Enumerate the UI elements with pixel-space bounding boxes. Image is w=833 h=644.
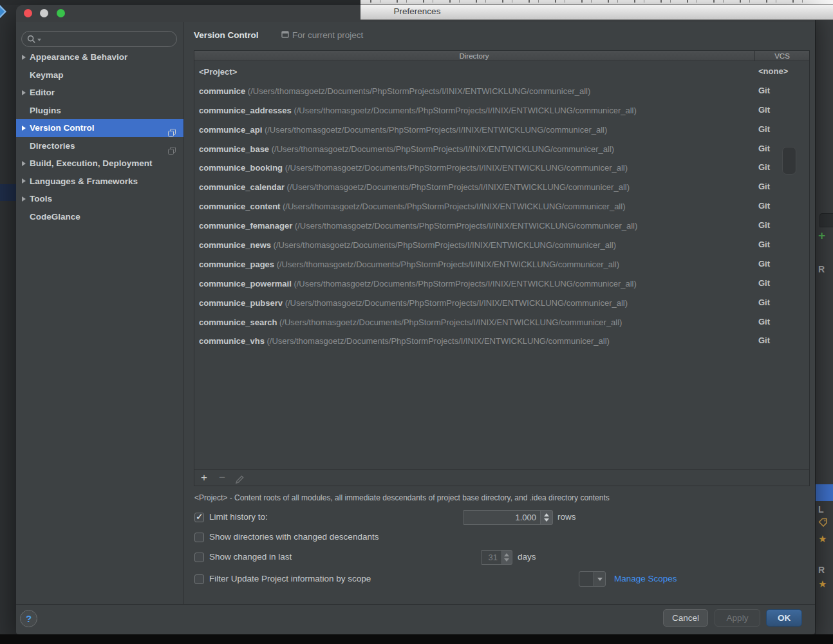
scrollbar-thumb[interactable] (782, 147, 796, 175)
filter-scope-checkbox[interactable] (194, 574, 204, 584)
star-icon: ★ (818, 578, 833, 590)
show-changed-days-input[interactable]: 31 (482, 550, 502, 565)
limit-history-stepper[interactable] (541, 510, 553, 525)
search-options-caret-icon[interactable] (37, 39, 41, 41)
directory-path: (/Users/thomasgoetz/Documents/PhpStormPr… (269, 144, 614, 154)
settings-search-input[interactable] (21, 31, 177, 47)
table-row[interactable]: communice_vhs (/Users/thomasgoetz/Docume… (194, 331, 809, 350)
stepper-down-icon[interactable] (504, 558, 509, 562)
help-button[interactable]: ? (20, 610, 37, 627)
stepper-up-icon[interactable] (504, 553, 509, 556)
add-icon[interactable]: + (818, 230, 833, 242)
add-mapping-button[interactable]: + (198, 470, 211, 487)
current-project-icon (281, 31, 289, 39)
background-right-window: + R L ★ R ★ (815, 20, 833, 634)
background-panel-corner (819, 213, 833, 227)
show-changed-checkbox[interactable] (194, 553, 204, 562)
edit-mapping-button[interactable] (233, 473, 246, 490)
scope-select[interactable] (579, 571, 594, 587)
sidebar-tree: Appearance & BehaviorKeymapEditorPlugins… (16, 48, 183, 225)
table-row[interactable]: communice (/Users/thomasgoetz/Documents/… (194, 81, 809, 100)
apply-button[interactable]: Apply (715, 609, 760, 627)
table-row[interactable]: communice_booking (/Users/thomasgoetz/Do… (194, 158, 809, 177)
directory-name: communice_calendar (199, 182, 285, 192)
stepper-up-icon[interactable] (544, 513, 549, 516)
sidebar-item-editor[interactable]: Editor (16, 84, 183, 102)
zoom-window-button[interactable] (57, 9, 65, 17)
directory-path: (/Users/thomasgoetz/Documents/PhpStormPr… (274, 260, 619, 269)
table-row[interactable]: communice_content (/Users/thomasgoetz/Do… (194, 196, 809, 216)
limit-history-checkbox[interactable] (194, 513, 204, 522)
background-gap (0, 0, 360, 5)
table-row[interactable]: communice_calendar (/Users/thomasgoetz/D… (194, 177, 809, 196)
directory-path: (/Users/thomasgoetz/Documents/PhpStormPr… (285, 182, 630, 192)
table-row[interactable]: communice_base (/Users/thomasgoetz/Docum… (194, 139, 809, 158)
sidebar-item-label: Keymap (30, 66, 64, 84)
scope-indicator: For current project (281, 30, 363, 40)
sidebar-item-label: Plugins (30, 102, 61, 120)
screen: + R L ★ R ★ Preferences Appearance & Beh… (0, 0, 833, 644)
sidebar-item-directories[interactable]: Directories (16, 137, 183, 155)
sidebar-item-languages-frameworks[interactable]: Languages & Frameworks (16, 173, 183, 191)
sidebar-item-label: Tools (30, 190, 52, 208)
column-header-directory[interactable]: Directory (194, 51, 754, 61)
vcs-value: Git (758, 274, 770, 293)
expand-arrow-icon[interactable] (22, 126, 26, 131)
expand-arrow-icon[interactable] (22, 90, 26, 95)
table-row[interactable]: communice_femanager (/Users/thomasgoetz/… (194, 216, 809, 235)
table-row[interactable]: <Project><none> (194, 62, 809, 81)
expand-arrow-icon[interactable] (22, 196, 26, 202)
sidebar-item-label: Appearance & Behavior (30, 48, 127, 66)
directory-name: communice_booking (199, 163, 283, 173)
directory-name: communice_pubserv (199, 298, 283, 308)
vcs-value: Git (758, 331, 770, 350)
show-directories-checkbox[interactable] (194, 533, 204, 542)
sidebar-item-label: Directories (30, 137, 75, 155)
directory-name: communice_search (199, 317, 277, 327)
table-row[interactable]: communice_search (/Users/thomasgoetz/Doc… (194, 312, 809, 332)
filter-scope-label: Filter Update Project information by sco… (209, 574, 371, 583)
expand-arrow-icon[interactable] (22, 161, 26, 166)
table-row[interactable]: communice_pubserv (/Users/thomasgoetz/Do… (194, 293, 809, 312)
table-toolbar: + − (194, 469, 809, 486)
table-row[interactable]: communice_addresses (/Users/thomasgoetz/… (194, 100, 809, 120)
sidebar-divider (183, 22, 184, 604)
expand-arrow-icon[interactable] (22, 55, 26, 60)
vcs-value: Git (758, 254, 770, 274)
table-row[interactable]: communice_powermail (/Users/thomasgoetz/… (194, 274, 809, 293)
stepper-down-icon[interactable] (544, 518, 549, 522)
directory-path: (/Users/thomasgoetz/Documents/PhpStormPr… (280, 202, 625, 211)
background-left-window (0, 0, 16, 634)
directory-path: (/Users/thomasgoetz/Documents/PhpStormPr… (277, 317, 622, 327)
show-changed-stepper[interactable] (502, 550, 512, 565)
sidebar-item-plugins[interactable]: Plugins (16, 102, 183, 120)
directory-name: communice_femanager (199, 221, 292, 231)
sidebar-item-tools[interactable]: Tools (16, 190, 183, 208)
minimize-window-button[interactable] (40, 9, 48, 17)
sidebar-item-build-execution-deployment[interactable]: Build, Execution, Deployment (16, 155, 183, 173)
sidebar-item-codeglance[interactable]: CodeGlance (16, 208, 183, 226)
pencil-icon (235, 475, 245, 484)
sidebar-item-appearance-behavior[interactable]: Appearance & Behavior (16, 48, 183, 66)
vcs-value: Git (758, 312, 770, 332)
scope-select-dropdown-button[interactable] (594, 571, 606, 587)
remove-mapping-button[interactable]: − (216, 470, 229, 487)
cancel-button[interactable]: Cancel (663, 609, 708, 627)
ok-button[interactable]: OK (766, 609, 802, 627)
table-row[interactable]: communice_pages (/Users/thomasgoetz/Docu… (194, 254, 809, 274)
show-directories-label: Show directories with changed descendant… (209, 532, 379, 542)
manage-scopes-link[interactable]: Manage Scopes (614, 574, 677, 583)
table-row[interactable]: communice_news (/Users/thomasgoetz/Docum… (194, 235, 809, 254)
search-icon (27, 35, 36, 44)
column-header-vcs[interactable]: VCS (754, 51, 809, 61)
sidebar-item-version-control[interactable]: Version Control (16, 119, 183, 137)
vcs-value: Git (758, 293, 770, 312)
sidebar-item-keymap[interactable]: Keymap (16, 66, 183, 84)
directory-path: (/Users/thomasgoetz/Documents/PhpStormPr… (292, 279, 637, 289)
window-title: Preferences (388, 6, 446, 16)
close-window-button[interactable] (24, 9, 32, 17)
table-row[interactable]: communice_api (/Users/thomasgoetz/Docume… (194, 120, 809, 139)
directory-mappings-table: Directory VCS <Project><none>communice (… (194, 50, 810, 486)
expand-arrow-icon[interactable] (22, 178, 26, 184)
limit-history-input[interactable]: 1.000 (463, 510, 541, 525)
